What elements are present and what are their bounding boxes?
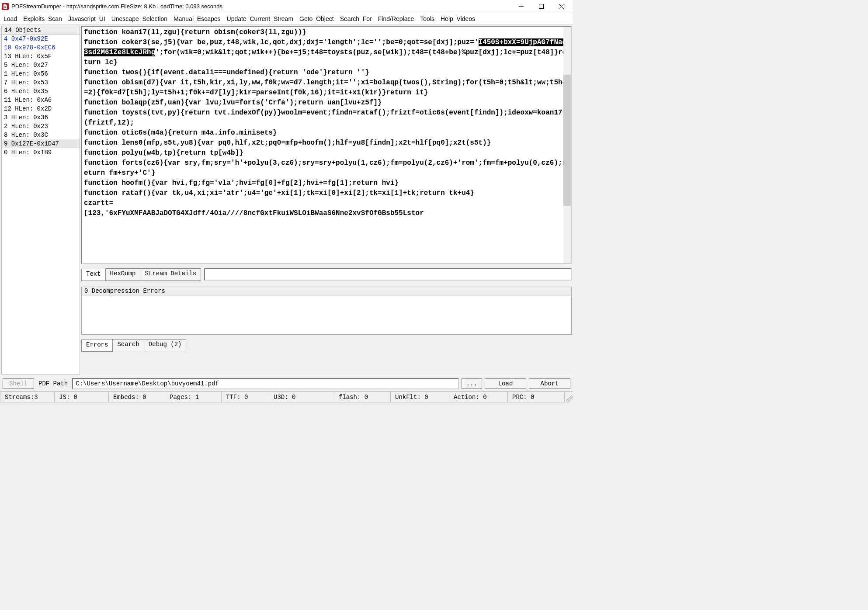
list-item[interactable]: 2 HLen: 0x23	[2, 122, 80, 131]
tab-errors[interactable]: Errors	[81, 340, 113, 352]
left-panel: 14 Objects 4 0x47-0x92E10 0x978-0xEC613 …	[1, 26, 80, 374]
list-item[interactable]: 13 HLen: 0x5F	[2, 52, 80, 61]
status-action: Action: 0	[449, 392, 508, 402]
menu-update-current-stream[interactable]: Update_Current_Stream	[227, 15, 294, 22]
list-item[interactable]: 10 0x978-0xEC6	[2, 43, 80, 52]
load-button[interactable]: Load	[485, 378, 526, 389]
code-scrollbar[interactable]	[563, 27, 571, 263]
tab-stream-details[interactable]: Stream Details	[140, 268, 201, 281]
list-item[interactable]: 12 HLen: 0x2D	[2, 104, 80, 113]
minimize-button[interactable]	[511, 0, 531, 13]
status-js: JS: 0	[54, 392, 109, 402]
menu-search-for[interactable]: Search_For	[340, 15, 372, 22]
list-item[interactable]: 1 HLen: 0x56	[2, 69, 80, 78]
path-row: Shell PDF Path ... Load Abort	[0, 376, 573, 391]
main-area: 14 Objects 4 0x47-0x92E10 0x978-0xEC613 …	[0, 24, 573, 376]
menu-exploits-scan[interactable]: Exploits_Scan	[23, 15, 62, 22]
status-prc: PRC: 0	[507, 392, 565, 402]
list-item[interactable]: 0 HLen: 0x1B9	[2, 148, 80, 157]
menu-help-videos[interactable]: Help_Videos	[441, 15, 475, 22]
app-icon	[2, 3, 9, 10]
tab-text[interactable]: Text	[81, 269, 106, 281]
objects-list[interactable]: 4 0x47-0x92E10 0x978-0xEC613 HLen: 0x5F5…	[1, 35, 80, 374]
status-unkflt: UnkFlt: 0	[390, 392, 449, 402]
abort-button[interactable]: Abort	[529, 378, 570, 389]
resize-grip[interactable]	[564, 392, 573, 402]
menu-load[interactable]: Load	[3, 15, 17, 22]
pdf-path-label: PDF Path	[37, 380, 69, 387]
code-scroll-thumb[interactable]	[563, 75, 571, 206]
errors-header: 0 Decompression Errors	[81, 287, 572, 295]
tab-filler-input[interactable]	[204, 268, 572, 281]
list-item[interactable]: 11 HLen: 0xA6	[2, 96, 80, 104]
lower-tabs: Errors Search Debug (2)	[81, 339, 572, 351]
menu-javascript-ui[interactable]: Javascript_UI	[68, 15, 105, 22]
status-u3d: U3D: 0	[269, 392, 334, 402]
tab-search[interactable]: Search	[112, 339, 144, 351]
list-item[interactable]: 9 0x127E-0x1D47	[2, 139, 80, 148]
shell-button[interactable]: Shell	[3, 378, 34, 389]
status-ttf: TTF: 0	[221, 392, 269, 402]
maximize-button[interactable]	[531, 0, 551, 13]
menu-unescape-selection[interactable]: Unescape_Selection	[111, 15, 167, 22]
status-embeds: Embeds: 0	[108, 392, 165, 402]
view-tabs: Text HexDump Stream Details	[81, 268, 572, 281]
browse-button[interactable]: ...	[462, 378, 482, 389]
right-panel: function koan17(ll,zgu){return obism(cok…	[81, 26, 572, 374]
status-flash: flash: 0	[334, 392, 391, 402]
list-item[interactable]: 3 HLen: 0x36	[2, 113, 80, 122]
list-item[interactable]: 7 HLen: 0x53	[2, 78, 80, 87]
tab-debug[interactable]: Debug (2)	[144, 339, 187, 351]
svg-rect-0	[539, 4, 543, 9]
menu-manual-escapes[interactable]: Manual_Escapes	[174, 15, 220, 22]
pdf-path-input[interactable]	[72, 378, 459, 389]
list-item[interactable]: 8 HLen: 0x3C	[2, 131, 80, 139]
close-button[interactable]	[551, 0, 571, 13]
list-item[interactable]: 5 HLen: 0x27	[2, 61, 80, 69]
menu-find-replace[interactable]: Find/Replace	[378, 15, 414, 22]
menu-goto-object[interactable]: Goto_Object	[299, 15, 334, 22]
list-item[interactable]: 4 0x47-0x92E	[2, 35, 80, 43]
status-bar: Streams:3 JS: 0 Embeds: 0 Pages: 1 TTF: …	[0, 391, 573, 402]
errors-body[interactable]	[81, 295, 572, 335]
list-item[interactable]: 6 HLen: 0x35	[2, 87, 80, 96]
status-streams: Streams:3	[0, 392, 55, 402]
window-title: PDFStreamDumper - http://sandsprite.com …	[11, 3, 222, 10]
menu-tools[interactable]: Tools	[420, 15, 434, 22]
objects-header: 14 Objects	[1, 26, 80, 35]
menu-bar: Load Exploits_Scan Javascript_UI Unescap…	[0, 13, 573, 24]
tab-hexdump[interactable]: HexDump	[105, 268, 141, 281]
title-bar: PDFStreamDumper - http://sandsprite.com …	[0, 0, 573, 13]
status-pages: Pages: 1	[165, 392, 222, 402]
code-view[interactable]: function koan17(ll,zgu){return obism(cok…	[81, 26, 572, 264]
